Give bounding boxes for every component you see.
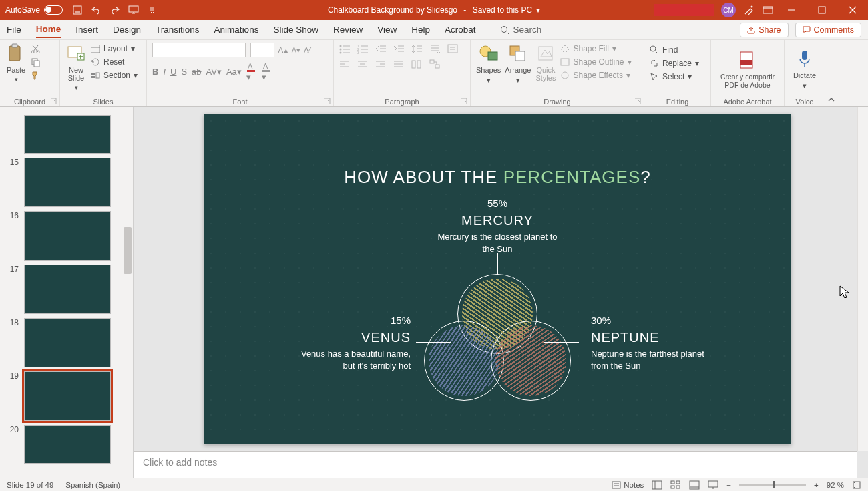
tab-file[interactable]: File — [7, 22, 21, 37]
notes-pane[interactable]: Click to add notes — [134, 451, 857, 478]
replace-button[interactable]: Replace ▾ — [650, 59, 705, 68]
toggle-off-icon[interactable] — [44, 5, 63, 15]
align-left-icon[interactable] — [339, 59, 351, 69]
italic-button[interactable]: I — [163, 67, 166, 77]
thumb-16[interactable] — [24, 211, 111, 261]
arrange-button[interactable]: Arrange▾ — [505, 43, 531, 85]
ribbon-display-icon[interactable] — [763, 5, 773, 15]
thumb-17[interactable] — [24, 265, 111, 314]
slide-canvas-area[interactable]: HOW ABOUT THE PERCENTAGES? 55% MERCURY M… — [134, 107, 868, 478]
align-text-icon[interactable] — [447, 44, 459, 54]
adobe-pdf-button[interactable]: Crear y compartir PDF de Adobe — [720, 49, 775, 89]
numbering-icon[interactable]: 123 — [357, 44, 369, 54]
minimize-button[interactable] — [776, 0, 807, 20]
present-icon[interactable] — [128, 5, 139, 15]
view-sorter-icon[interactable] — [670, 480, 681, 490]
find-button[interactable]: Find — [650, 45, 705, 55]
zoom-in-button[interactable]: + — [814, 481, 819, 489]
thumb-15[interactable] — [24, 158, 111, 207]
clear-format-icon[interactable]: A⁄ — [304, 46, 310, 54]
shadow-button[interactable]: S — [181, 67, 187, 77]
tab-insert[interactable]: Insert — [75, 22, 98, 37]
view-slideshow-icon[interactable] — [708, 480, 718, 490]
thumb-20[interactable] — [24, 425, 111, 464]
tab-transitions[interactable]: Transitions — [156, 22, 200, 37]
maximize-button[interactable] — [807, 0, 837, 20]
bullets-icon[interactable] — [339, 44, 351, 54]
line-spacing-icon[interactable] — [411, 44, 423, 54]
new-slide-button[interactable]: New Slide▾ — [65, 43, 87, 91]
shape-effects-button[interactable]: Shape Effects ▾ — [560, 71, 631, 80]
slide-thumbnail-panel[interactable]: 14 15 16 17 18 19 20 — [0, 107, 134, 478]
section-button[interactable]: Section ▾ — [91, 71, 138, 80]
shape-fill-button[interactable]: Shape Fill ▾ — [560, 44, 631, 53]
font-size-combo[interactable] — [250, 43, 274, 57]
tab-animations[interactable]: Animations — [214, 22, 259, 37]
text-direction-icon[interactable] — [429, 44, 441, 54]
align-right-icon[interactable] — [375, 59, 387, 69]
tab-view[interactable]: View — [377, 22, 397, 37]
tab-design[interactable]: Design — [113, 22, 141, 37]
collapse-ribbon-icon[interactable] — [825, 40, 838, 106]
tab-home[interactable]: Home — [36, 21, 61, 38]
increase-font-icon[interactable]: A▴ — [278, 45, 288, 55]
reset-button[interactable]: Reset — [91, 57, 138, 67]
tab-acrobat[interactable]: Acrobat — [445, 22, 476, 37]
close-button[interactable] — [837, 0, 868, 20]
tab-review[interactable]: Review — [333, 22, 363, 37]
canvas-scrollbar[interactable] — [857, 107, 868, 451]
font-color-button[interactable]: A▾ — [246, 61, 257, 82]
fit-window-icon[interactable] — [852, 480, 861, 490]
redo-icon[interactable] — [110, 5, 120, 15]
copy-button[interactable] — [31, 57, 40, 67]
user-avatar[interactable]: CM — [721, 3, 736, 17]
tab-help[interactable]: Help — [411, 22, 430, 37]
zoom-slider[interactable] — [739, 484, 806, 486]
indent-inc-icon[interactable] — [393, 44, 405, 54]
paste-button[interactable]: Paste▾ — [5, 43, 27, 83]
format-painter-button[interactable] — [31, 71, 40, 80]
change-case-button[interactable]: Aa▾ — [226, 67, 242, 77]
qat-more-icon[interactable] — [147, 5, 158, 15]
tab-slideshow[interactable]: Slide Show — [273, 22, 318, 37]
align-center-icon[interactable] — [357, 59, 369, 69]
notes-toggle[interactable]: Notes — [612, 481, 644, 489]
view-normal-icon[interactable] — [652, 480, 662, 490]
save-icon[interactable] — [72, 5, 83, 15]
zoom-value[interactable]: 92 % — [827, 481, 844, 489]
thumb-19[interactable] — [24, 371, 111, 421]
thumbnail-scrollbar[interactable] — [122, 107, 133, 478]
slide-canvas[interactable]: HOW ABOUT THE PERCENTAGES? 55% MERCURY M… — [204, 114, 791, 444]
coming-soon-icon[interactable] — [744, 5, 754, 15]
indent-dec-icon[interactable] — [375, 44, 387, 54]
language-status[interactable]: Spanish (Spain) — [65, 481, 120, 489]
comments-button[interactable]: Comments — [795, 23, 861, 37]
dictate-button[interactable]: Dictate▾ — [793, 48, 816, 90]
columns-icon[interactable] — [411, 59, 423, 69]
bold-button[interactable]: B — [152, 67, 158, 77]
chevron-down-icon[interactable]: ▾ — [536, 5, 540, 15]
svg-rect-39 — [448, 45, 457, 53]
shapes-button[interactable]: Shapes▾ — [476, 43, 501, 85]
layout-button[interactable]: Layout ▾ — [91, 44, 138, 53]
zoom-out-button[interactable]: − — [726, 481, 731, 489]
autosave-toggle[interactable]: AutoSave — [5, 5, 63, 15]
highlight-button[interactable]: A▾ — [262, 61, 272, 82]
share-button[interactable]: Share — [740, 23, 788, 37]
smartart-icon[interactable] — [429, 59, 441, 69]
spacing-button[interactable]: AV▾ — [206, 67, 222, 77]
justify-icon[interactable] — [393, 59, 405, 69]
font-name-combo[interactable] — [152, 43, 246, 57]
slide-counter[interactable]: Slide 19 of 49 — [7, 481, 53, 489]
decrease-font-icon[interactable]: A▾ — [292, 46, 300, 55]
thumb-18[interactable] — [24, 318, 111, 367]
tell-me-search[interactable]: Search — [500, 25, 542, 35]
undo-icon[interactable] — [91, 5, 101, 15]
cut-button[interactable] — [31, 44, 40, 53]
strike-button[interactable]: ab — [192, 67, 201, 77]
view-reading-icon[interactable] — [689, 480, 700, 490]
select-button[interactable]: Select ▾ — [650, 72, 705, 81]
shape-outline-button[interactable]: Shape Outline ▾ — [560, 57, 631, 67]
thumb-14[interactable] — [24, 115, 111, 154]
underline-button[interactable]: U — [170, 67, 176, 77]
